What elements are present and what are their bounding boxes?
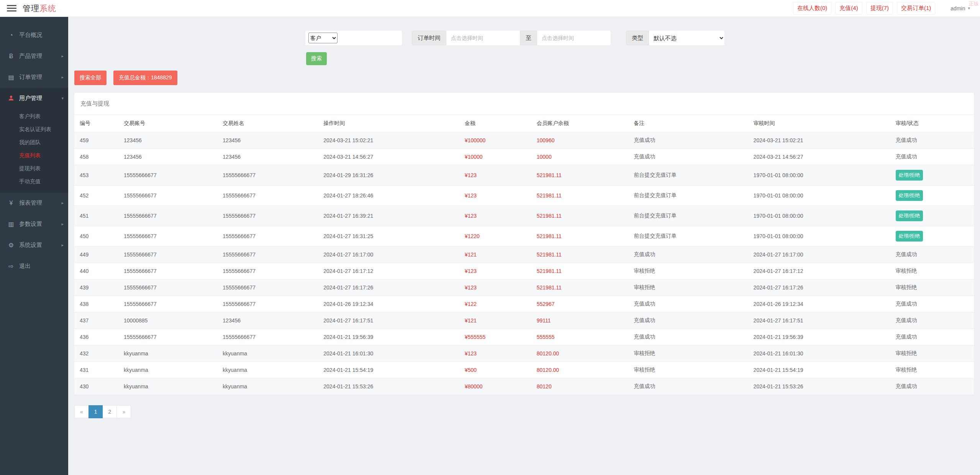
cell-nickname: 123456 [217, 312, 318, 329]
cell-remark: 充值成功 [628, 312, 748, 329]
cell-amount: ¥123 [459, 279, 531, 296]
cell-account: kkyuanma [118, 345, 217, 362]
cell-status: 审核拒绝 [890, 362, 974, 378]
table-row: 436 15555666677 15555666677 2024-01-21 1… [74, 329, 974, 345]
cell-status: 审核拒绝 [890, 263, 974, 279]
column-header: 会员账户余额 [531, 115, 629, 132]
pagination-page-1[interactable]: 1 [88, 405, 103, 418]
cell-audit-time: 2024-01-21 15:53:26 [748, 378, 890, 395]
cell-audit-time: 2024-01-26 19:12:34 [748, 296, 890, 312]
cell-nickname: kkyuanma [217, 345, 318, 362]
cell-balance: 80120.00 [531, 345, 629, 362]
search-button[interactable]: 搜索 [306, 52, 327, 65]
to-label: 至 [520, 31, 537, 45]
submenu-item-recharge-list[interactable]: 充值列表 [0, 149, 68, 162]
total-amount-badge: 充值总金额：1848829 [113, 71, 177, 85]
brand-accent: 系统 [39, 4, 56, 13]
process-reject-button[interactable]: 处理/拒绝 [896, 231, 923, 242]
table-row: 450 15555666677 15555666677 2024-01-27 1… [74, 226, 974, 247]
cell-status: 充值成功 [890, 329, 974, 345]
cell-op-time: 2024-01-21 16:01:30 [318, 345, 459, 362]
time-start-input[interactable] [446, 31, 520, 45]
chevron-right-icon: ▸ [61, 54, 64, 59]
sidebar-item-param-settings[interactable]: ▥参数设置▸ [0, 214, 68, 235]
cell-remark: 充值成功 [628, 378, 748, 395]
table-row: 451 15555666677 15555666677 2024-01-27 1… [74, 206, 974, 226]
sidebar-item-product-management[interactable]: Ƀ产品管理▸ [0, 46, 68, 67]
keyword-input[interactable] [341, 33, 399, 43]
cell-remark: 前台提交充值订单 [628, 226, 748, 247]
cell-audit-time: 1970-01-01 08:00:00 [748, 165, 890, 186]
cell-nickname: 15555666677 [217, 226, 318, 247]
cell-amount: ¥123 [459, 263, 531, 279]
time-end-input[interactable] [537, 31, 611, 45]
cell-op-time: 2024-01-27 18:26:46 [318, 186, 459, 206]
cell-id: 431 [74, 362, 118, 378]
cell-remark: 前台提交充值订单 [628, 165, 748, 186]
submenu-item-my-team[interactable]: 我的团队 [0, 136, 68, 149]
cell-amount: ¥121 [459, 247, 531, 263]
actions-row: 搜索全部 充值总金额：1848829 [74, 71, 974, 85]
sidebar-item-order-management[interactable]: ▤订单管理▸ [0, 67, 68, 88]
pagination-page-2[interactable]: 2 [103, 405, 117, 418]
type-group: 类型 默认不选 [626, 31, 724, 45]
column-header: 编号 [74, 115, 118, 132]
cell-op-time: 2024-01-21 15:53:26 [318, 378, 459, 395]
sidebar-item-label: 平台概况 [19, 31, 42, 39]
chevron-right-icon: ▸ [61, 243, 64, 248]
logout-icon: ⇨ [7, 263, 15, 270]
search-all-button[interactable]: 搜索全部 [74, 71, 107, 85]
pagination-next-button[interactable]: » [116, 405, 131, 418]
cell-remark: 审核拒绝 [628, 362, 748, 378]
user-icon [7, 95, 15, 102]
cell-op-time: 2024-01-29 16:31:26 [318, 165, 459, 186]
cell-remark: 充值成功 [628, 296, 748, 312]
cell-status: 处理/拒绝 [890, 165, 974, 186]
sidebar-item-label: 用户管理 [19, 95, 42, 102]
sidebar-item-logout[interactable]: ⇨退出 [0, 256, 68, 277]
process-reject-button[interactable]: 处理/拒绝 [896, 210, 923, 221]
cell-status: 充值成功 [890, 312, 974, 329]
submenu-item-customer-list[interactable]: 客户列表 [0, 110, 68, 123]
cell-status: 充值成功 [890, 378, 974, 395]
trade-orders-link[interactable]: 交易订单(1) [897, 2, 935, 15]
process-reject-button[interactable]: 处理/拒绝 [896, 190, 923, 201]
customer-select[interactable]: 客户 [308, 33, 338, 43]
cell-id: 430 [74, 378, 118, 395]
cell-account: 15555666677 [118, 226, 217, 247]
sidebar-item-system-settings[interactable]: ⚙系统设置▸ [0, 235, 68, 256]
menu-toggle-icon[interactable] [7, 5, 16, 12]
admin-dropdown[interactable]: admin ▾ [949, 3, 972, 14]
submenu-item-manual-recharge[interactable]: 手动充值 [0, 175, 68, 188]
cell-id: 450 [74, 226, 118, 247]
cell-nickname: 15555666677 [217, 279, 318, 296]
type-select[interactable]: 默认不选 [649, 31, 724, 45]
cell-audit-time: 2024-01-27 16:17:51 [748, 312, 890, 329]
pagination-prev-button[interactable]: « [74, 405, 89, 418]
submenu-item-realname-auth-list[interactable]: 实名认证列表 [0, 123, 68, 136]
process-reject-button[interactable]: 处理/拒绝 [896, 170, 923, 181]
page-title: 管理系统 [23, 3, 56, 14]
sidebar-item-label: 参数设置 [19, 220, 42, 228]
cell-amount: ¥10000 [459, 149, 531, 165]
cell-op-time: 2024-01-27 16:31:25 [318, 226, 459, 247]
cell-amount: ¥80000 [459, 378, 531, 395]
cell-remark: 充值成功 [628, 132, 748, 149]
table-row: 452 15555666677 15555666677 2024-01-27 1… [74, 186, 974, 206]
cell-account: 15555666677 [118, 296, 217, 312]
cell-nickname: 15555666677 [217, 206, 318, 226]
cell-balance: 521981.11 [531, 165, 629, 186]
customer-search-group: 客户 [305, 31, 402, 45]
withdraw-link[interactable]: 提现(7) [866, 2, 893, 15]
sidebar-item-user-management[interactable]: 用户管理▾ [0, 88, 68, 109]
sidebar-item-report-management[interactable]: ¥报表管理▸ [0, 192, 68, 214]
submenu-item-withdraw-list[interactable]: 提现列表 [0, 162, 68, 175]
cell-op-time: 2024-01-26 19:12:34 [318, 296, 459, 312]
sidebar-item-label: 系统设置 [19, 242, 42, 249]
cell-balance: 521981.11 [531, 279, 629, 296]
type-label: 类型 [626, 31, 649, 45]
cell-status: 充值成功 [890, 296, 974, 312]
sidebar-item-platform-overview[interactable]: ◔平台概况 [0, 25, 68, 46]
recharge-link[interactable]: 充值(4) [835, 2, 862, 15]
online-users-link[interactable]: 在线人数(0) [793, 2, 831, 15]
